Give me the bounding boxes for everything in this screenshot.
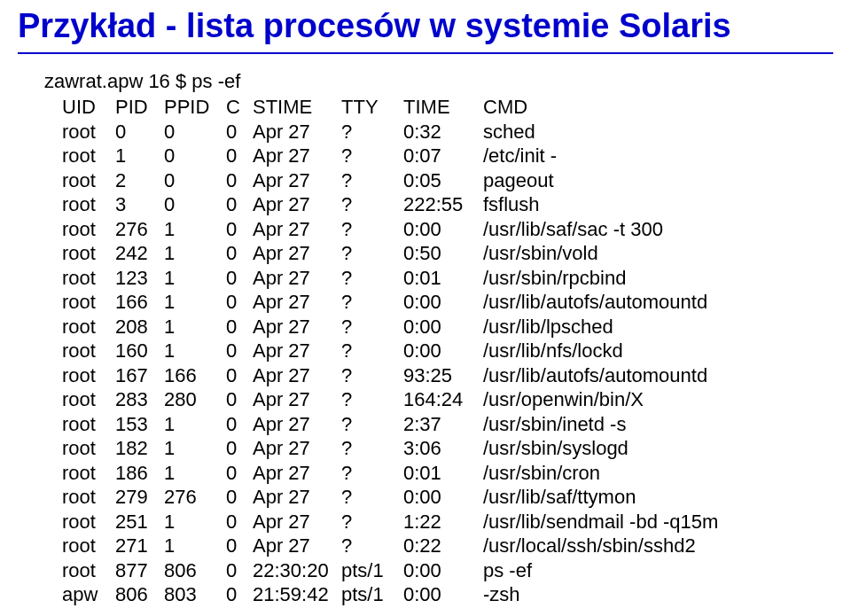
cell-pid: 2 <box>115 168 164 193</box>
cell-ppid: 0 <box>164 144 226 168</box>
cell-pid: 1 <box>115 144 164 168</box>
cell-c: 0 <box>226 485 253 510</box>
cell-uid: root <box>62 534 115 558</box>
title-underline <box>18 52 833 54</box>
cell-pid: 123 <box>115 266 164 291</box>
cell-tty: ? <box>341 192 403 217</box>
cell-stime: Apr 27 <box>253 241 341 266</box>
cell-time: 3:06 <box>403 436 483 461</box>
cell-time: 93:25 <box>403 363 483 388</box>
cell-c: 0 <box>226 192 253 217</box>
table-row: apw806803021:59:42pts/10:00-zsh <box>62 582 727 607</box>
table-header-row: UID PID PPID C STIME TTY TIME CMD <box>62 95 727 120</box>
cell-cmd: /usr/lib/lpsched <box>483 315 727 339</box>
table-row: root20810Apr 27?0:00/usr/lib/lpsched <box>62 315 727 339</box>
cell-tty: pts/1 <box>341 558 403 583</box>
cell-ppid: 1 <box>164 510 226 534</box>
cell-stime: Apr 27 <box>253 217 341 242</box>
cell-tty: ? <box>341 412 403 437</box>
cell-stime: Apr 27 <box>253 534 341 558</box>
cell-tty: ? <box>341 266 403 291</box>
cell-cmd: /usr/sbin/vold <box>483 241 727 266</box>
cell-stime: Apr 27 <box>253 387 341 412</box>
cell-pid: 186 <box>115 461 164 486</box>
cell-uid: root <box>62 510 115 534</box>
cell-time: 222:55 <box>403 192 483 217</box>
cell-uid: root <box>62 168 115 193</box>
cell-ppid: 0 <box>164 120 226 144</box>
table-row: root16610Apr 27?0:00/usr/lib/autofs/auto… <box>62 290 727 315</box>
cell-time: 0:01 <box>403 461 483 486</box>
cell-stime: Apr 27 <box>253 315 341 339</box>
cell-cmd: /usr/lib/saf/ttymon <box>483 485 727 510</box>
table-row: root2832800Apr 27?164:24/usr/openwin/bin… <box>62 387 727 412</box>
table-row: root27110Apr 27?0:22/usr/local/ssh/sbin/… <box>62 534 727 558</box>
cell-cmd: -zsh <box>483 582 727 607</box>
header-time: TIME <box>403 95 483 120</box>
table-row: root2792760Apr 27?0:00 /usr/lib/saf/ttym… <box>62 485 727 510</box>
cell-tty: ? <box>341 290 403 315</box>
cell-c: 0 <box>226 558 253 583</box>
table-row: root16010Apr 27?0:00/usr/lib/nfs/lockd <box>62 339 727 363</box>
cell-tty: ? <box>341 144 403 168</box>
cell-ppid: 0 <box>164 192 226 217</box>
cell-ppid: 1 <box>164 534 226 558</box>
cell-uid: root <box>62 315 115 339</box>
header-pid: PID <box>115 95 164 120</box>
cell-tty: ? <box>341 387 403 412</box>
cell-stime: Apr 27 <box>253 485 341 510</box>
cell-tty: ? <box>341 534 403 558</box>
cell-cmd: fsflush <box>483 192 727 217</box>
cell-ppid: 1 <box>164 241 226 266</box>
cell-uid: apw <box>62 582 115 607</box>
table-row: root300Apr 27?222:55fsflush <box>62 192 727 217</box>
cell-ppid: 1 <box>164 315 226 339</box>
cell-time: 164:24 <box>403 387 483 412</box>
cell-pid: 271 <box>115 534 164 558</box>
cell-tty: ? <box>341 120 403 144</box>
cell-ppid: 1 <box>164 290 226 315</box>
cell-c: 0 <box>226 217 253 242</box>
header-ppid: PPID <box>164 95 226 120</box>
cell-cmd: /usr/lib/autofs/automountd <box>483 363 727 388</box>
cell-uid: root <box>62 339 115 363</box>
cell-uid: root <box>62 120 115 144</box>
table-row: root877806022:30:20pts/10:00ps -ef <box>62 558 727 583</box>
cell-stime: Apr 27 <box>253 436 341 461</box>
cell-stime: 21:59:42 <box>253 582 341 607</box>
cell-pid: 276 <box>115 217 164 242</box>
cell-time: 0:00 <box>403 582 483 607</box>
cell-stime: Apr 27 <box>253 192 341 217</box>
cell-stime: Apr 27 <box>253 120 341 144</box>
cell-tty: ? <box>341 241 403 266</box>
cell-time: 0:00 <box>403 339 483 363</box>
cell-c: 0 <box>226 412 253 437</box>
cell-time: 1:22 <box>403 510 483 534</box>
cell-ppid: 1 <box>164 436 226 461</box>
cell-c: 0 <box>226 144 253 168</box>
cell-ppid: 803 <box>164 582 226 607</box>
cell-time: 2:37 <box>403 412 483 437</box>
cell-ppid: 806 <box>164 558 226 583</box>
cell-c: 0 <box>226 436 253 461</box>
cell-time: 0:00 <box>403 290 483 315</box>
shell-prompt: zawrat.apw 16 $ ps -ef <box>44 70 833 93</box>
cell-cmd: sched <box>483 120 727 144</box>
cell-uid: root <box>62 144 115 168</box>
table-row: root12310Apr 27?0:01/usr/sbin/rpcbind <box>62 266 727 291</box>
table-row: root18210Apr 27?3:06/usr/sbin/syslogd <box>62 436 727 461</box>
table-row: root100Apr 27?0:07/etc/init - <box>62 144 727 168</box>
cell-time: 0:22 <box>403 534 483 558</box>
cell-uid: root <box>62 192 115 217</box>
cell-tty: ? <box>341 363 403 388</box>
cell-tty: ? <box>341 436 403 461</box>
cell-pid: 182 <box>115 436 164 461</box>
cell-uid: root <box>62 412 115 437</box>
cell-cmd: pageout <box>483 168 727 193</box>
header-uid: UID <box>62 95 115 120</box>
cell-tty: ? <box>341 217 403 242</box>
cell-c: 0 <box>226 315 253 339</box>
cell-c: 0 <box>226 266 253 291</box>
table-row: root200Apr 27?0:05pageout <box>62 168 727 193</box>
cell-cmd: /usr/lib/saf/sac -t 300 <box>483 217 727 242</box>
